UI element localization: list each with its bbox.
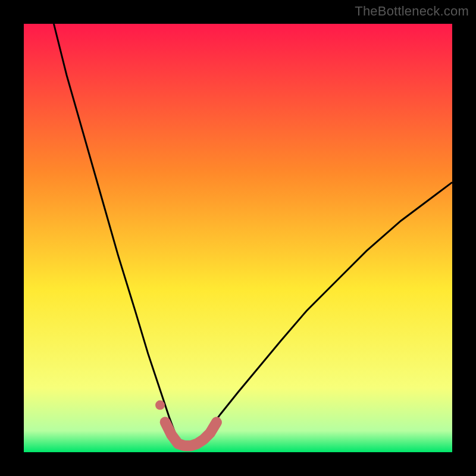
plot-area bbox=[24, 24, 452, 452]
watermark-text: TheBottleneck.com bbox=[355, 4, 469, 19]
gradient-background bbox=[24, 24, 452, 452]
chart-svg bbox=[24, 24, 452, 452]
chart-frame: TheBottleneck.com bbox=[0, 0, 476, 476]
sweet-spot-dot bbox=[155, 400, 165, 410]
